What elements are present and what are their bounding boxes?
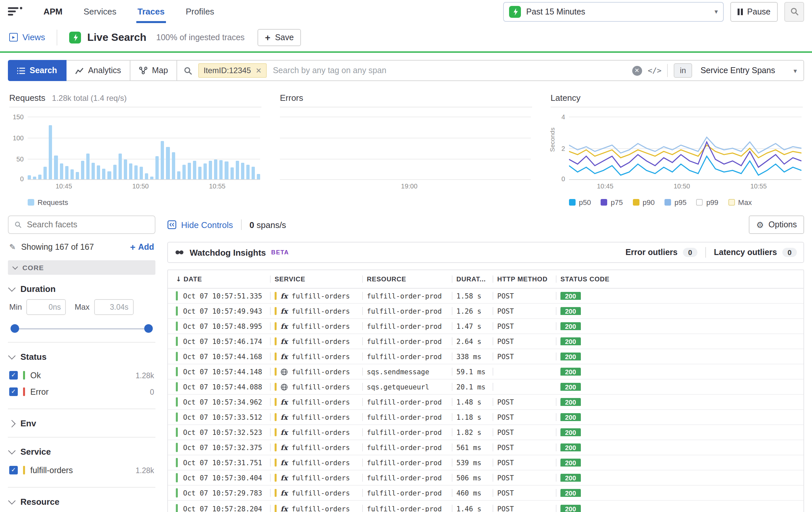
tab-search[interactable]: Search: [8, 60, 66, 81]
trace-row[interactable]: Oct 07 10:57:49.943 fx fulfill-orders fu…: [168, 304, 804, 319]
duration-slider[interactable]: [10, 324, 153, 333]
trace-row[interactable]: Oct 07 10:57:44.168 fx fulfill-orders fu…: [168, 349, 804, 365]
legend-item[interactable]: p75: [601, 198, 623, 206]
facet-item[interactable]: ✓ Error 0: [8, 383, 155, 400]
trace-row[interactable]: Oct 07 10:57:44.088 fulfill-orders sqs.g…: [168, 380, 804, 395]
search-tag-chip[interactable]: ItemID:12345 ✕: [198, 63, 267, 78]
facet-section-env[interactable]: Env: [9, 419, 154, 428]
tab-map[interactable]: Map: [130, 60, 177, 81]
facet-item[interactable]: ✓ Ok 1.28k: [8, 367, 155, 383]
checkbox[interactable]: ✓: [9, 466, 18, 475]
datadog-logo[interactable]: [8, 6, 24, 18]
facet-section-duration[interactable]: Duration: [9, 284, 154, 294]
gridline: [280, 117, 531, 117]
remove-tag-icon[interactable]: ✕: [256, 66, 261, 75]
http-method: POST: [497, 474, 560, 482]
tab-analytics[interactable]: Analytics: [66, 60, 130, 81]
column-header-http-method[interactable]: HTTP METHOD: [497, 275, 560, 283]
clear-search-icon[interactable]: ✕: [632, 65, 642, 76]
trace-row[interactable]: Oct 07 10:57:29.783 fx fulfill-orders fu…: [168, 486, 804, 501]
facet-group-core[interactable]: CORE: [8, 260, 155, 275]
pencil-icon[interactable]: ✎: [9, 242, 16, 252]
facet-search-input[interactable]: [27, 220, 149, 229]
trace-date: Oct 07 10:57:32.523: [183, 428, 262, 436]
legend-item[interactable]: p99: [696, 198, 719, 206]
duration-min-input[interactable]: 0ns: [27, 299, 66, 315]
save-button[interactable]: + Save: [258, 29, 301, 46]
error-outliers[interactable]: Error outliers 0: [625, 248, 697, 257]
request-bar: [49, 125, 52, 179]
options-button[interactable]: ⚙ Options: [749, 215, 805, 234]
code-view-icon[interactable]: </>: [648, 66, 662, 75]
column-header-date[interactable]: ↓DATE: [176, 275, 274, 283]
slider-handle-min[interactable]: [10, 324, 19, 333]
trace-duration: 1.26 s: [456, 307, 497, 315]
add-facet-button[interactable]: + Add: [130, 242, 154, 252]
slider-track: [14, 328, 149, 329]
requests-plot[interactable]: 150 100 50 0: [9, 117, 261, 180]
lambda-icon: fx: [281, 459, 288, 466]
duration-max-input[interactable]: 3.04s: [94, 299, 134, 315]
hide-controls-button[interactable]: Hide Controls: [167, 220, 233, 230]
slider-handle-max[interactable]: [144, 324, 153, 333]
service-color-bar: [274, 505, 277, 512]
service-name: fulfill-orders: [292, 459, 350, 466]
pause-icon: [737, 8, 743, 15]
globe-icon: [281, 383, 288, 390]
service-name: fulfill-orders: [292, 368, 350, 376]
search-input[interactable]: ItemID:12345 ✕ Search by any tag on any …: [177, 60, 804, 81]
service-color-bar: [274, 474, 277, 482]
facet-section-service[interactable]: Service: [9, 447, 154, 457]
legend-item[interactable]: Max: [728, 198, 752, 206]
resource-name: fulfill-order-prod: [367, 428, 456, 436]
scope-label: Service Entry Spans: [700, 66, 775, 75]
trace-row[interactable]: Oct 07 10:57:44.148 fulfill-orders sqs.s…: [168, 365, 804, 380]
search-toggle-button[interactable]: [784, 2, 804, 21]
trace-row[interactable]: Oct 07 10:57:28.204 fx fulfill-orders fu…: [168, 501, 804, 512]
views-button[interactable]: ▸ Views: [9, 32, 45, 42]
legend-item[interactable]: Requests: [28, 198, 68, 206]
errors-chart: Errors 19:00: [280, 93, 532, 206]
nav-item[interactable]: APM: [42, 0, 64, 23]
resource-name: fulfill-order-prod: [367, 443, 456, 451]
trace-row[interactable]: Oct 07 10:57:30.404 fx fulfill-orders fu…: [168, 470, 804, 486]
latency-outliers[interactable]: Latency outliers 0: [714, 248, 797, 257]
legend-item[interactable]: p90: [633, 198, 655, 206]
facet-search[interactable]: [8, 215, 155, 234]
results-panel: Hide Controls 0 spans/s ⚙ Options Watchd…: [167, 215, 804, 512]
legend-swatch: [569, 199, 576, 206]
nav-item[interactable]: Traces: [136, 0, 166, 23]
legend-item[interactable]: p95: [665, 198, 687, 206]
column-header-service[interactable]: SERVICE: [274, 275, 367, 283]
watchdog-insights-bar[interactable]: Watchdog Insights BETA Error outliers 0 …: [167, 242, 804, 263]
checkbox[interactable]: ✓: [9, 387, 18, 396]
trace-row[interactable]: Oct 07 10:57:48.995 fx fulfill-orders fu…: [168, 319, 804, 334]
trace-row[interactable]: Oct 07 10:57:46.174 fx fulfill-orders fu…: [168, 334, 804, 349]
request-bar: [220, 160, 223, 179]
nav-item[interactable]: Services: [82, 0, 118, 23]
http-method: POST: [497, 459, 560, 466]
legend-item[interactable]: p50: [569, 198, 591, 206]
trace-row[interactable]: Oct 07 10:57:33.512 fx fulfill-orders fu…: [168, 410, 804, 425]
checkbox[interactable]: ✓: [9, 371, 18, 380]
trace-row[interactable]: Oct 07 10:57:51.335 fx fulfill-orders fu…: [168, 289, 804, 304]
nav-item[interactable]: Profiles: [184, 0, 216, 23]
trace-row[interactable]: Oct 07 10:57:32.523 fx fulfill-orders fu…: [168, 425, 804, 440]
facet-section-status[interactable]: Status: [9, 352, 154, 362]
facet-item[interactable]: ✓ fulfill-orders 1.28k: [8, 462, 155, 478]
column-header-status-code[interactable]: STATUS CODE: [560, 275, 804, 283]
pause-button[interactable]: Pause: [730, 2, 778, 21]
trace-row[interactable]: Oct 07 10:57:31.751 fx fulfill-orders fu…: [168, 455, 804, 470]
trace-row[interactable]: Oct 07 10:57:32.375 fx fulfill-orders fu…: [168, 440, 804, 455]
latency-plot[interactable]: Seconds 4 2 0: [551, 117, 803, 180]
scope-selector[interactable]: Service Entry Spans ▾: [698, 66, 797, 75]
column-header-resource[interactable]: RESOURCE: [367, 275, 456, 283]
facet-section-resource[interactable]: Resource: [9, 497, 154, 507]
request-bar: [257, 174, 260, 179]
column-header-duration[interactable]: DURAT...: [456, 275, 497, 283]
time-range-selector[interactable]: Past 15 Minutes ▾: [503, 2, 724, 21]
http-method: POST: [497, 428, 560, 436]
errors-plot[interactable]: [280, 117, 532, 180]
trace-row[interactable]: Oct 07 10:57:34.962 fx fulfill-orders fu…: [168, 395, 804, 410]
service-name: fulfill-orders: [292, 398, 350, 406]
